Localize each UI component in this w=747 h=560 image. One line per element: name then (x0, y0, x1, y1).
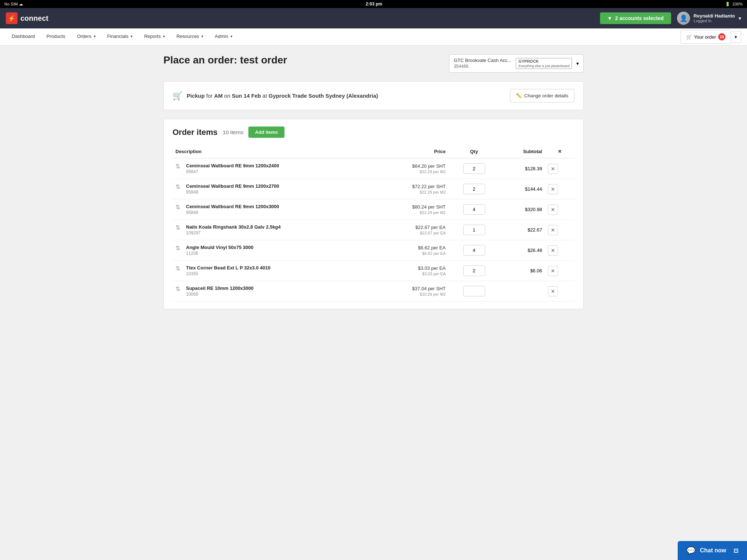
item-description-cell: ⇅ Ttex Corner Bead Ext L P 32x3.0 4010 1… (173, 261, 376, 281)
item-price-sub: $22.29 per M2 (379, 170, 446, 174)
status-left: No SIM ☁ (4, 2, 23, 7)
item-qty-cell[interactable] (449, 281, 500, 302)
sort-arrows-icon[interactable]: ⇅ (175, 183, 180, 190)
order-items-title: Order items (173, 128, 218, 137)
table-row: ⇅ Ceminseal Wallboard RE 9mm 1200x3000 9… (173, 199, 574, 220)
item-remove-cell[interactable]: ✕ (545, 179, 574, 199)
item-qty-input[interactable] (463, 184, 485, 194)
accounts-button[interactable]: ▼ 2 accounts selected (600, 12, 671, 24)
item-remove-cell[interactable]: ✕ (545, 281, 574, 302)
orders-chevron-icon: ▾ (94, 34, 96, 38)
item-remove-cell[interactable]: ✕ (545, 261, 574, 281)
nav-menu: Dashboard Products Orders ▾ Financials ▾… (0, 28, 747, 46)
change-label: Change order details (524, 93, 568, 98)
nav-item-products[interactable]: Products (41, 28, 71, 45)
item-qty-cell[interactable] (449, 240, 500, 261)
table-row: ⇅ Ttex Corner Bead Ext L P 32x3.0 4010 1… (173, 261, 574, 281)
item-qty-input[interactable] (463, 245, 485, 256)
sim-status: No SIM ☁ (4, 2, 23, 7)
order-items-card: Order items 10 items Add items Descripti… (163, 119, 584, 309)
table-row: ⇅ Ceminseal Wallboard RE 9mm 1200x2700 9… (173, 179, 574, 199)
your-order-button[interactable]: 🛒 Your order 10 (681, 30, 731, 44)
pickup-time: AM (214, 93, 222, 99)
order-dropdown-button[interactable]: ▾ (731, 31, 741, 43)
item-subtotal-cell: $128.39 (499, 158, 545, 179)
remove-item-button[interactable]: ✕ (548, 225, 558, 235)
item-subtotal-cell: $6.06 (499, 261, 545, 281)
remove-item-button[interactable]: ✕ (548, 266, 558, 276)
change-order-details-button[interactable]: ✏️ Change order details (510, 89, 574, 102)
nav-item-dashboard[interactable]: Dashboard (6, 28, 41, 45)
item-price-main: $22.67 per EA (379, 225, 446, 230)
item-price-main: $64.20 per SHT (379, 163, 446, 169)
col-subtotal: Subtotal (499, 145, 545, 158)
remove-item-button[interactable]: ✕ (548, 184, 558, 194)
item-qty-input[interactable] (463, 286, 485, 296)
account-info: GTC Brookvale Cash Acc... 354466 (454, 58, 511, 69)
item-qty-cell[interactable] (449, 158, 500, 179)
item-price-main: $72.22 per SHT (379, 184, 446, 189)
account-selector[interactable]: GTC Brookvale Cash Acc... 354466 GYPROCK… (449, 54, 584, 73)
main-content: Place an order: test order GTC Brookvale… (155, 46, 592, 318)
pickup-info: 🛒 Pickup for AM on Sun 14 Feb at Gyprock… (173, 91, 378, 101)
item-remove-cell[interactable]: ✕ (545, 158, 574, 179)
item-code: 95847 (186, 169, 279, 174)
item-price-main: $80.24 per SHT (379, 204, 446, 210)
status-right: 🔋 100% (725, 2, 743, 7)
logo-icon: ⚡ (6, 12, 18, 24)
sort-arrows-icon[interactable]: ⇅ (175, 265, 180, 272)
item-code: 10068 (186, 292, 253, 297)
nav-reports-label: Reports (144, 34, 161, 39)
item-qty-cell[interactable] (449, 179, 500, 199)
sort-arrows-icon[interactable]: ⇅ (175, 163, 180, 170)
col-description: Description (173, 145, 376, 158)
pickup-card: 🛒 Pickup for AM on Sun 14 Feb at Gyprock… (163, 81, 584, 110)
nav-admin-label: Admin (215, 34, 228, 39)
nav-item-reports[interactable]: Reports ▾ (138, 28, 171, 45)
nav-orders-label: Orders (77, 34, 92, 39)
nav-item-orders[interactable]: Orders ▾ (71, 28, 101, 45)
cart-icon: 🛒 (686, 34, 692, 40)
financials-chevron-icon: ▾ (131, 34, 132, 38)
item-name: Ttex Corner Bead Ext L P 32x3.0 4010 (186, 265, 270, 271)
item-qty-input[interactable] (463, 204, 485, 215)
nav-item-financials[interactable]: Financials ▾ (101, 28, 139, 45)
user-dropdown-icon: ▾ (739, 15, 741, 21)
your-order-label: Your order (694, 34, 716, 40)
item-qty-cell[interactable] (449, 220, 500, 240)
item-remove-cell[interactable]: ✕ (545, 220, 574, 240)
item-qty-input[interactable] (463, 225, 485, 235)
item-description-cell: ⇅ Angle Mould Vinyl 50x75 3000 11206 (173, 240, 376, 261)
sort-arrows-icon[interactable]: ⇅ (175, 204, 180, 211)
top-bar: ⚡ connect ▼ 2 accounts selected 👤 Reynal… (0, 8, 747, 28)
sort-arrows-icon[interactable]: ⇅ (175, 224, 180, 231)
items-count: 10 items (223, 129, 244, 135)
sort-arrows-icon[interactable]: ⇅ (175, 245, 180, 252)
remove-item-button[interactable]: ✕ (548, 205, 558, 215)
item-qty-input[interactable] (463, 163, 485, 174)
item-remove-cell[interactable]: ✕ (545, 240, 574, 261)
item-subtotal: $144.44 (525, 186, 542, 192)
sort-arrows-icon[interactable]: ⇅ (175, 285, 180, 292)
item-code: 95848 (186, 190, 279, 195)
item-qty-cell[interactable] (449, 261, 500, 281)
logo: ⚡ connect (6, 12, 49, 24)
item-subtotal-cell: $22.67 (499, 220, 545, 240)
nav-item-admin[interactable]: Admin ▾ (209, 28, 238, 45)
item-qty-cell[interactable] (449, 199, 500, 220)
nav-resources-label: Resources (177, 34, 199, 39)
admin-chevron-icon: ▾ (231, 34, 232, 38)
remove-item-button[interactable]: ✕ (548, 245, 558, 256)
avatar: 👤 (677, 12, 690, 25)
item-price-sub: $22.29 per M2 (379, 210, 446, 215)
status-bar: No SIM ☁ 2:03 pm 🔋 100% (0, 0, 747, 8)
item-remove-cell[interactable]: ✕ (545, 199, 574, 220)
item-qty-input[interactable] (463, 265, 485, 276)
remove-item-button[interactable]: ✕ (548, 286, 558, 296)
remove-item-button[interactable]: ✕ (548, 164, 558, 174)
user-info: Reynaldi Hadianto Logged In (694, 13, 735, 24)
add-items-button[interactable]: Add items (248, 127, 285, 138)
nav-item-resources[interactable]: Resources ▾ (171, 28, 209, 45)
brand-logo: GYPROCK Everything else is just plasterb… (516, 58, 572, 69)
user-section[interactable]: 👤 Reynaldi Hadianto Logged In ▾ (677, 12, 741, 25)
